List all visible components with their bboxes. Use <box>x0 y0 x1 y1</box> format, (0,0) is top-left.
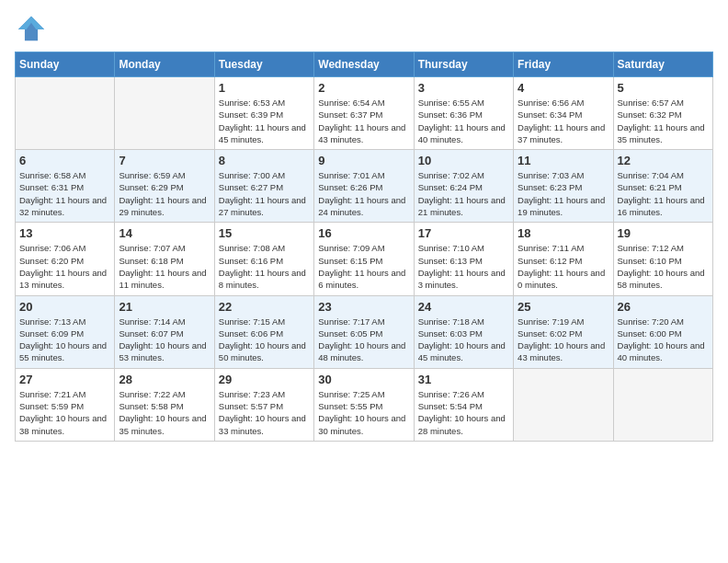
day-info: Sunrise: 7:17 AMSunset: 6:05 PMDaylight:… <box>318 316 409 364</box>
calendar-week-row: 1Sunrise: 6:53 AMSunset: 6:39 PMDaylight… <box>16 77 713 150</box>
day-info: Sunrise: 7:07 AMSunset: 6:18 PMDaylight:… <box>119 242 210 291</box>
day-number: 4 <box>518 81 609 95</box>
calendar-day-cell: 26Sunrise: 7:20 AMSunset: 6:00 PMDayligh… <box>613 295 712 368</box>
day-of-week-header: Saturday <box>613 52 712 77</box>
calendar-day-cell: 2Sunrise: 6:54 AMSunset: 6:37 PMDaylight… <box>314 77 414 150</box>
day-number: 15 <box>219 226 310 240</box>
day-info: Sunrise: 7:10 AMSunset: 6:13 PMDaylight:… <box>418 242 509 291</box>
day-info: Sunrise: 7:01 AMSunset: 6:26 PMDaylight:… <box>318 169 409 218</box>
day-of-week-header: Sunday <box>16 52 115 77</box>
day-number: 1 <box>219 81 310 95</box>
day-info: Sunrise: 6:54 AMSunset: 6:37 PMDaylight:… <box>318 97 409 145</box>
day-number: 21 <box>119 300 210 314</box>
calendar-week-row: 27Sunrise: 7:21 AMSunset: 5:59 PMDayligh… <box>16 368 713 441</box>
calendar-day-cell: 28Sunrise: 7:22 AMSunset: 5:58 PMDayligh… <box>115 368 214 441</box>
day-info: Sunrise: 7:08 AMSunset: 6:16 PMDaylight:… <box>219 242 310 291</box>
calendar-table: SundayMondayTuesdayWednesdayThursdayFrid… <box>15 52 713 442</box>
day-info: Sunrise: 7:22 AMSunset: 5:58 PMDaylight:… <box>119 388 210 437</box>
day-info: Sunrise: 7:06 AMSunset: 6:20 PMDaylight:… <box>19 242 110 291</box>
day-info: Sunrise: 7:18 AMSunset: 6:03 PMDaylight:… <box>418 316 509 364</box>
calendar-day-cell: 7Sunrise: 6:59 AMSunset: 6:29 PMDaylight… <box>115 150 214 223</box>
day-info: Sunrise: 6:56 AMSunset: 6:34 PMDaylight:… <box>518 97 609 145</box>
day-info: Sunrise: 6:57 AMSunset: 6:32 PMDaylight:… <box>618 97 709 145</box>
calendar-day-cell: 13Sunrise: 7:06 AMSunset: 6:20 PMDayligh… <box>16 223 115 295</box>
day-number: 5 <box>618 81 709 95</box>
day-number: 27 <box>19 373 110 386</box>
day-number: 26 <box>618 300 709 314</box>
day-number: 8 <box>219 154 310 167</box>
calendar-day-cell: 24Sunrise: 7:18 AMSunset: 6:03 PMDayligh… <box>414 295 513 368</box>
day-number: 7 <box>119 154 210 167</box>
day-info: Sunrise: 6:58 AMSunset: 6:31 PMDaylight:… <box>19 169 110 218</box>
calendar-week-row: 20Sunrise: 7:13 AMSunset: 6:09 PMDayligh… <box>16 295 713 368</box>
day-info: Sunrise: 7:14 AMSunset: 6:07 PMDaylight:… <box>119 316 210 364</box>
day-info: Sunrise: 7:11 AMSunset: 6:12 PMDaylight:… <box>518 242 609 291</box>
day-number: 18 <box>518 226 609 240</box>
day-info: Sunrise: 7:02 AMSunset: 6:24 PMDaylight:… <box>418 169 509 218</box>
day-number: 29 <box>219 373 310 386</box>
calendar-day-cell: 29Sunrise: 7:23 AMSunset: 5:57 PMDayligh… <box>214 368 313 441</box>
day-info: Sunrise: 7:04 AMSunset: 6:21 PMDaylight:… <box>618 169 709 218</box>
day-info: Sunrise: 7:20 AMSunset: 6:00 PMDaylight:… <box>618 316 709 364</box>
calendar-day-cell: 22Sunrise: 7:15 AMSunset: 6:06 PMDayligh… <box>214 295 313 368</box>
calendar-day-cell: 14Sunrise: 7:07 AMSunset: 6:18 PMDayligh… <box>115 223 214 295</box>
day-number: 24 <box>418 300 509 314</box>
calendar-day-cell <box>613 368 712 441</box>
day-number: 25 <box>518 300 609 314</box>
day-info: Sunrise: 7:12 AMSunset: 6:10 PMDaylight:… <box>618 242 709 291</box>
calendar-day-cell: 18Sunrise: 7:11 AMSunset: 6:12 PMDayligh… <box>514 223 613 295</box>
calendar-day-cell: 16Sunrise: 7:09 AMSunset: 6:15 PMDayligh… <box>314 223 414 295</box>
day-of-week-header: Tuesday <box>214 52 313 77</box>
calendar-body: 1Sunrise: 6:53 AMSunset: 6:39 PMDaylight… <box>16 77 713 442</box>
day-number: 17 <box>418 226 509 240</box>
calendar-week-row: 13Sunrise: 7:06 AMSunset: 6:20 PMDayligh… <box>16 223 713 295</box>
day-info: Sunrise: 7:03 AMSunset: 6:23 PMDaylight:… <box>518 169 609 218</box>
calendar-day-cell: 25Sunrise: 7:19 AMSunset: 6:02 PMDayligh… <box>514 295 613 368</box>
calendar-day-cell: 8Sunrise: 7:00 AMSunset: 6:27 PMDaylight… <box>214 150 313 223</box>
day-info: Sunrise: 7:26 AMSunset: 5:54 PMDaylight:… <box>418 388 509 437</box>
calendar-day-cell: 20Sunrise: 7:13 AMSunset: 6:09 PMDayligh… <box>16 295 115 368</box>
calendar-day-cell: 4Sunrise: 6:56 AMSunset: 6:34 PMDaylight… <box>514 77 613 150</box>
calendar-day-cell: 30Sunrise: 7:25 AMSunset: 5:55 PMDayligh… <box>314 368 414 441</box>
calendar-day-cell: 15Sunrise: 7:08 AMSunset: 6:16 PMDayligh… <box>214 223 313 295</box>
day-number: 30 <box>318 373 409 386</box>
day-info: Sunrise: 7:13 AMSunset: 6:09 PMDaylight:… <box>19 316 110 364</box>
day-info: Sunrise: 7:09 AMSunset: 6:15 PMDaylight:… <box>318 242 409 291</box>
day-of-week-header: Monday <box>115 52 214 77</box>
day-number: 2 <box>318 81 409 95</box>
calendar-day-cell: 11Sunrise: 7:03 AMSunset: 6:23 PMDayligh… <box>514 150 613 223</box>
day-number: 19 <box>618 226 709 240</box>
day-number: 16 <box>318 226 409 240</box>
day-number: 3 <box>418 81 509 95</box>
calendar-day-cell: 31Sunrise: 7:26 AMSunset: 5:54 PMDayligh… <box>414 368 513 441</box>
day-number: 12 <box>618 154 709 167</box>
day-number: 20 <box>19 300 110 314</box>
calendar-day-cell: 21Sunrise: 7:14 AMSunset: 6:07 PMDayligh… <box>115 295 214 368</box>
calendar-day-cell: 1Sunrise: 6:53 AMSunset: 6:39 PMDaylight… <box>214 77 313 150</box>
day-info: Sunrise: 7:19 AMSunset: 6:02 PMDaylight:… <box>518 316 609 364</box>
calendar-day-cell: 9Sunrise: 7:01 AMSunset: 6:26 PMDaylight… <box>314 150 414 223</box>
calendar-day-cell: 12Sunrise: 7:04 AMSunset: 6:21 PMDayligh… <box>613 150 712 223</box>
logo-icon <box>15 15 48 42</box>
calendar-day-cell: 19Sunrise: 7:12 AMSunset: 6:10 PMDayligh… <box>613 223 712 295</box>
calendar-day-cell <box>514 368 613 441</box>
day-number: 9 <box>318 154 409 167</box>
day-of-week-header: Thursday <box>414 52 513 77</box>
day-info: Sunrise: 7:00 AMSunset: 6:27 PMDaylight:… <box>219 169 310 218</box>
page-header <box>15 15 713 42</box>
day-info: Sunrise: 7:21 AMSunset: 5:59 PMDaylight:… <box>19 388 110 437</box>
day-of-week-header: Wednesday <box>314 52 414 77</box>
calendar-day-cell: 3Sunrise: 6:55 AMSunset: 6:36 PMDaylight… <box>414 77 513 150</box>
day-info: Sunrise: 6:55 AMSunset: 6:36 PMDaylight:… <box>418 97 509 145</box>
day-number: 10 <box>418 154 509 167</box>
day-info: Sunrise: 7:23 AMSunset: 5:57 PMDaylight:… <box>219 388 310 437</box>
calendar-day-cell: 6Sunrise: 6:58 AMSunset: 6:31 PMDaylight… <box>16 150 115 223</box>
day-info: Sunrise: 7:25 AMSunset: 5:55 PMDaylight:… <box>318 388 409 437</box>
day-number: 23 <box>318 300 409 314</box>
logo <box>15 15 51 42</box>
day-number: 6 <box>19 154 110 167</box>
calendar-day-cell <box>115 77 214 150</box>
day-number: 28 <box>119 373 210 386</box>
day-number: 14 <box>119 226 210 240</box>
day-number: 13 <box>19 226 110 240</box>
